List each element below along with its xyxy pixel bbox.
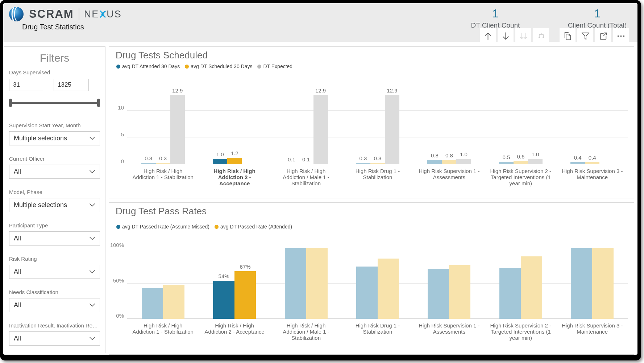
filter-label: Risk Rating [9, 256, 100, 262]
days-max-input[interactable] [54, 79, 89, 91]
bar[interactable] [571, 248, 592, 319]
value-label: 0.8 [445, 152, 453, 158]
bar-group: 0.40.4 [557, 90, 628, 164]
legend-item[interactable]: avg DT Passed Rate (Assume Missed) [116, 224, 209, 230]
legend-dot-icon [116, 225, 120, 229]
open-in-new-icon[interactable] [595, 28, 611, 44]
legend-label: avg DT Passed Rate (Attended) [220, 224, 292, 230]
bar[interactable]: 1.0 [456, 159, 471, 164]
bar[interactable]: 54% [213, 281, 234, 319]
brand: SCRAM NE US [8, 6, 122, 22]
nexus-left: NE [84, 9, 99, 20]
bar-group [270, 248, 342, 319]
supervision-start-year-month-dropdown[interactable]: Multiple selections [9, 131, 100, 145]
bar[interactable] [521, 256, 542, 319]
bar[interactable] [163, 285, 184, 319]
bar[interactable] [356, 267, 378, 319]
bar[interactable]: 0.1 [299, 164, 313, 164]
bar[interactable]: 0.6 [514, 161, 528, 164]
bar[interactable] [378, 259, 399, 319]
bar[interactable]: 0.3 [156, 163, 170, 164]
filter-label: Inactivation Result, Inactivation Re… [9, 322, 100, 329]
copy-icon[interactable] [560, 28, 576, 44]
filter-icon[interactable] [577, 28, 593, 44]
bar[interactable]: 0.8 [427, 160, 442, 164]
category-label: High Risk / High Addiction 1 - Stabiliza… [127, 322, 199, 341]
drill-down-icon[interactable] [533, 28, 549, 44]
needs-classification-dropdown[interactable]: All [9, 298, 100, 312]
bar[interactable]: 1.2 [227, 158, 242, 164]
legend-label: avg DT Attended 30 Days [122, 63, 180, 69]
bar[interactable]: 12.9 [170, 95, 185, 164]
bar[interactable]: 0.4 [585, 162, 599, 164]
value-label: 0.3 [159, 155, 167, 161]
brand-scram-text: SCRAM [29, 8, 74, 21]
value-label: 0.1 [288, 156, 295, 162]
model-phase-dropdown[interactable]: Multiple selections [9, 198, 100, 212]
value-label: 54% [219, 273, 229, 279]
bar[interactable]: 1.0 [528, 159, 543, 164]
double-arrow-down-icon[interactable] [515, 28, 531, 44]
header: SCRAM NE US Drug Test Statistics 1 DT Cl… [3, 3, 637, 42]
current-officer-dropdown[interactable]: All [9, 165, 100, 179]
bar-group: 0.10.112.9 [270, 90, 342, 164]
bar[interactable]: 12.9 [385, 95, 399, 164]
risk-rating-dropdown[interactable]: All [9, 265, 100, 279]
bar[interactable]: 67% [234, 271, 256, 319]
bar[interactable] [285, 248, 306, 319]
bar-group [557, 248, 628, 319]
bar[interactable]: 1.0 [213, 159, 227, 164]
slider-handle-min[interactable] [9, 99, 12, 107]
dropdown-value: All [14, 235, 21, 242]
more-options-icon[interactable] [613, 28, 629, 44]
chart-legend: avg DT Passed Rate (Assume Missed)avg DT… [116, 224, 292, 230]
filter-label: Needs Classification [9, 289, 100, 295]
bar[interactable] [449, 265, 470, 319]
chevron-down-icon [89, 270, 95, 274]
bar[interactable]: 0.3 [370, 163, 385, 164]
days-min-input[interactable] [9, 79, 44, 91]
bar[interactable] [428, 269, 449, 319]
bar[interactable]: 0.3 [356, 163, 370, 164]
chart-plot-area: 05100.30.312.91.01.20.10.112.90.30.312.9… [127, 90, 628, 164]
bar-group [414, 248, 485, 319]
legend-item[interactable]: avg DT Scheduled 30 Days [185, 63, 252, 69]
value-label: 0.6 [517, 153, 524, 160]
bar[interactable]: 12.9 [313, 95, 328, 164]
category-label: High Risk Supervision 1 - Assessments [414, 168, 485, 186]
bar-groups: 54%67% [127, 248, 628, 319]
arrow-up-icon[interactable] [480, 28, 496, 44]
inactivation-result-inactivation-re-dropdown[interactable]: All [9, 331, 100, 346]
chevron-down-icon [89, 337, 95, 341]
bar[interactable] [592, 248, 614, 319]
category-label: High Risk / High Addiction / Male 1 - St… [270, 168, 342, 186]
category-label: High Risk / High Addiction 2 - Acceptanc… [199, 322, 270, 341]
bar[interactable]: 0.1 [284, 164, 299, 164]
bar[interactable]: 0.4 [570, 162, 585, 164]
legend-item[interactable]: avg DT Attended 30 Days [116, 63, 180, 69]
filter-group-model-phase: Model, PhaseMultiple selections [9, 189, 100, 212]
legend-item[interactable]: avg DT Passed Rate (Attended) [215, 224, 292, 230]
chevron-down-icon [89, 136, 95, 140]
legend-item[interactable]: DT Expected [257, 63, 292, 69]
slider-handle-max[interactable] [97, 99, 100, 107]
value-label: 67% [240, 264, 251, 270]
arrow-down-icon[interactable] [498, 28, 514, 44]
filter-label: Supervision Start Year, Month [9, 122, 100, 128]
legend-label: DT Expected [263, 63, 292, 69]
bar[interactable]: 0.3 [141, 163, 156, 164]
category-axis: High Risk / High Addiction 1 - Stabiliza… [127, 168, 628, 186]
bar[interactable]: 0.5 [499, 162, 514, 164]
filter-group-participant-type: Participant TypeAll [9, 222, 100, 246]
bar[interactable] [499, 268, 521, 319]
chevron-down-icon [89, 236, 95, 240]
days-supervised-slider[interactable] [9, 98, 100, 108]
bar-group: 0.80.81.0 [414, 90, 485, 164]
bar[interactable]: 0.8 [442, 160, 456, 164]
bar[interactable] [142, 288, 163, 319]
bar[interactable] [306, 248, 328, 319]
category-label: High Risk Drug 1 - Stabilization [342, 322, 413, 341]
value-label: 0.3 [374, 155, 382, 161]
bar-group: 0.30.312.9 [342, 90, 413, 164]
participant-type-dropdown[interactable]: All [9, 231, 100, 246]
